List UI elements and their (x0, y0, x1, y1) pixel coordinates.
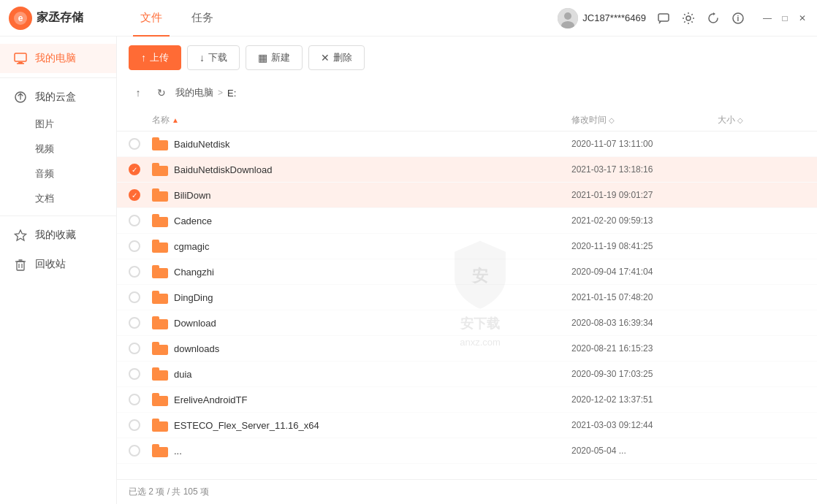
sidebar-label-trash: 回收站 (35, 258, 66, 271)
file-modified: 2020-12-02 13:37:51 (571, 394, 718, 405)
table-row[interactable]: ESTECO_Flex_Server_11.16_x64 2021-03-03 … (117, 413, 817, 438)
file-name-cell: DingDing (152, 291, 571, 304)
file-name-cell: duia (152, 367, 571, 381)
table-row[interactable]: EreliveAndroidTF 2020-12-02 13:37:51 (117, 387, 817, 413)
file-modified: 2020-08-21 16:15:23 (571, 343, 718, 354)
folder-icon (152, 291, 168, 304)
table-row[interactable]: ✓ BaiduNetdiskDownload 2021-03-17 13:18:… (117, 157, 817, 183)
refresh-icon[interactable] (704, 9, 722, 27)
header-modified[interactable]: 修改时间 ◇ (571, 114, 718, 126)
user-info: JC187****6469 (558, 8, 646, 28)
table-row[interactable]: ✓ BiliDown 2021-01-19 09:01:27 (117, 183, 817, 208)
table-row[interactable]: Download 2020-08-03 16:39:34 (117, 310, 817, 336)
info-icon[interactable]: i (729, 9, 747, 27)
row-checkbox[interactable] (129, 291, 140, 303)
tab-files[interactable]: 文件 (126, 0, 177, 37)
message-icon[interactable] (655, 9, 672, 27)
breadcrumb-root[interactable]: 我的电脑 (175, 86, 213, 99)
new-button[interactable]: ▦ 新建 (246, 45, 303, 70)
svg-marker-13 (15, 230, 26, 240)
file-name-cell: ESTECO_Flex_Server_11.16_x64 (152, 419, 571, 432)
table-row[interactable]: ... 2020-05-04 ... (117, 438, 817, 464)
sidebar-item-mycomputer[interactable]: 我的电脑 (0, 44, 116, 73)
sidebar-label-mycomputer: 我的电脑 (35, 52, 76, 65)
row-checkbox[interactable] (129, 368, 140, 380)
sidebar-item-mycloud[interactable]: 我的云盒 (0, 83, 116, 112)
maximize-button[interactable]: □ (779, 12, 791, 24)
row-checkbox[interactable] (129, 240, 140, 252)
download-button[interactable]: ↓ 下载 (187, 45, 240, 70)
sidebar-divider-2 (0, 215, 116, 216)
close-button[interactable]: ✕ (797, 12, 808, 24)
header-name[interactable]: 名称 ▲ (152, 114, 571, 126)
title-right: JC187****6469 (558, 8, 808, 28)
table-row[interactable]: DingDing 2021-01-15 07:48:20 (117, 285, 817, 310)
row-checkbox[interactable] (129, 215, 140, 226)
file-name: BaiduNetdisk (174, 139, 230, 150)
upload-button[interactable]: ↑ 上传 (129, 45, 181, 70)
row-checkbox[interactable] (129, 343, 140, 354)
user-name: JC187****6469 (582, 12, 646, 23)
delete-icon: ✕ (321, 52, 330, 64)
file-modified: 2020-09-04 17:41:04 (571, 267, 718, 277)
file-list-header: 名称 ▲ 修改时间 ◇ 大小 ◇ (117, 110, 817, 131)
title-bar: e 家丞存储 文件 任务 JC187****6469 (0, 0, 817, 37)
file-name: duia (174, 369, 192, 380)
cloud-icon (13, 90, 28, 104)
svg-text:i: i (737, 15, 740, 23)
row-checkbox[interactable] (129, 394, 140, 405)
file-modified: 2021-01-15 07:48:20 (571, 292, 718, 302)
table-row[interactable]: duia 2020-09-30 17:03:25 (117, 362, 817, 387)
header-size[interactable]: 大小 ◇ (718, 114, 805, 126)
sidebar-sub-docs[interactable]: 文档 (0, 186, 116, 211)
folder-icon (152, 444, 168, 457)
file-name-cell: Download (152, 316, 571, 329)
breadcrumb-current: E: (227, 88, 236, 99)
row-checkbox[interactable] (129, 266, 140, 278)
folder-icon (152, 214, 168, 227)
table-row[interactable]: cgmagic 2020-11-19 08:41:25 (117, 234, 817, 259)
sidebar-item-favorites[interactable]: 我的收藏 (0, 221, 116, 250)
delete-button[interactable]: ✕ 删除 (308, 45, 365, 70)
content-wrapper: 安 安下载 anxz.com ↑ 上传 ↓ 下载 ▦ 新建 (117, 37, 817, 504)
row-checkbox[interactable] (129, 138, 140, 150)
tab-tasks[interactable]: 任务 (177, 0, 228, 37)
nav-up-button[interactable]: ↑ (129, 83, 148, 102)
table-row[interactable]: downloads 2020-08-21 16:15:23 (117, 336, 817, 362)
file-name: ... (174, 446, 182, 457)
table-row[interactable]: BaiduNetdisk 2020-11-07 13:11:00 (117, 131, 817, 157)
svg-point-6 (686, 16, 691, 20)
folder-icon (152, 367, 168, 381)
file-name-cell: ... (152, 444, 571, 457)
sidebar-sub-videos[interactable]: 视频 (0, 137, 116, 161)
row-checkbox[interactable] (129, 317, 140, 329)
file-modified: 2020-09-30 17:03:25 (571, 369, 718, 379)
row-checkbox[interactable] (129, 445, 140, 457)
table-row[interactable]: Changzhi 2020-09-04 17:41:04 (117, 259, 817, 285)
file-name: BaiduNetdiskDownload (174, 164, 272, 175)
row-checkbox[interactable]: ✓ (129, 189, 140, 201)
file-modified: 2021-02-20 09:59:13 (571, 215, 718, 226)
breadcrumb-separator: > (218, 88, 223, 98)
minimize-button[interactable]: — (761, 12, 773, 24)
file-name-cell: EreliveAndroidTF (152, 393, 571, 406)
sidebar-sub-photos[interactable]: 图片 (0, 112, 116, 137)
folder-icon (152, 188, 168, 202)
file-modified: 2020-05-04 ... (571, 446, 718, 456)
sidebar-sub-audio[interactable]: 音频 (0, 161, 116, 186)
logo-icon: e (9, 7, 32, 30)
row-checkbox[interactable]: ✓ (129, 164, 140, 175)
sidebar-label-favorites: 我的收藏 (35, 229, 76, 242)
window-controls: — □ ✕ (761, 12, 808, 24)
title-icons: i (655, 9, 747, 27)
header-checkbox[interactable] (129, 114, 152, 126)
nav-refresh-button[interactable]: ↻ (152, 83, 171, 102)
svg-text:e: e (18, 13, 23, 23)
file-name: BiliDown (174, 190, 211, 201)
sidebar-item-trash[interactable]: 回收站 (0, 250, 116, 279)
table-row[interactable]: Cadence 2021-02-20 09:59:13 (117, 208, 817, 234)
row-checkbox[interactable] (129, 419, 140, 431)
file-name-cell: BaiduNetdisk (152, 137, 571, 150)
settings-icon[interactable] (680, 9, 697, 27)
svg-point-3 (564, 12, 571, 20)
